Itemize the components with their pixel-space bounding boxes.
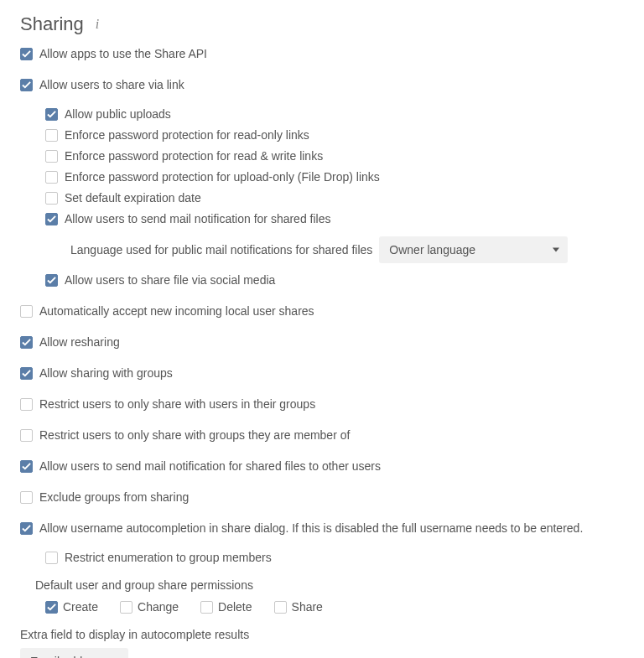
- label-mail-notif[interactable]: Allow users to send mail notification fo…: [65, 210, 330, 228]
- select-extra-field[interactable]: Email address: [20, 648, 128, 658]
- info-icon[interactable]: i: [96, 17, 99, 32]
- select-language-value: Owner language: [389, 243, 475, 256]
- checkbox-perm-share[interactable]: [274, 601, 287, 614]
- checkbox-perm-change[interactable]: [120, 601, 132, 614]
- label-pw-readwrite[interactable]: Enforce password protection for read & w…: [65, 148, 323, 165]
- label-perm-create[interactable]: Create: [63, 598, 98, 616]
- label-share-groups[interactable]: Allow sharing with groups: [39, 365, 173, 382]
- checkbox-pw-readonly[interactable]: [45, 129, 58, 142]
- label-mail-other-users[interactable]: Allow users to send mail notification fo…: [39, 458, 381, 475]
- row-language-select: Language used for public mail notificati…: [70, 236, 624, 263]
- option-restrict-enum: Restrict enumeration to group members: [45, 549, 624, 567]
- label-auto-accept[interactable]: Automatically accept new incoming local …: [39, 303, 314, 320]
- label-autocomplete[interactable]: Allow username autocompletion in share d…: [39, 520, 583, 537]
- checkbox-restrict-groups-member[interactable]: [20, 429, 33, 442]
- checkbox-resharing[interactable]: [20, 336, 33, 349]
- option-exclude-groups: Exclude groups from sharing: [20, 489, 624, 506]
- checkbox-perm-create[interactable]: [45, 601, 58, 614]
- option-default-expire: Set default expiration date: [45, 189, 624, 207]
- label-share-via-link[interactable]: Allow users to share via link: [39, 76, 184, 94]
- checkbox-perm-delete[interactable]: [200, 601, 213, 614]
- label-share-api[interactable]: Allow apps to use the Share API: [39, 45, 207, 63]
- checkbox-auto-accept[interactable]: [20, 305, 33, 318]
- option-pw-readwrite: Enforce password protection for read & w…: [45, 148, 624, 165]
- checkbox-social-media[interactable]: [45, 274, 58, 287]
- checkbox-autocomplete[interactable]: [20, 522, 33, 535]
- option-public-uploads: Allow public uploads: [45, 106, 624, 123]
- label-exclude-groups[interactable]: Exclude groups from sharing: [39, 489, 189, 506]
- option-social-media: Allow users to share file via social med…: [45, 272, 624, 289]
- checkbox-mail-other-users[interactable]: [20, 460, 33, 473]
- label-social-media[interactable]: Allow users to share file via social med…: [65, 272, 275, 289]
- label-perm-share[interactable]: Share: [292, 598, 323, 616]
- option-perm-share: Share: [274, 598, 323, 616]
- checkbox-restrict-users-groups[interactable]: [20, 398, 33, 411]
- checkbox-public-uploads[interactable]: [45, 108, 58, 121]
- label-language: Language used for public mail notificati…: [70, 243, 372, 256]
- label-pw-uploadonly[interactable]: Enforce password protection for upload-o…: [65, 168, 380, 186]
- option-mail-other-users: Allow users to send mail notification fo…: [20, 458, 624, 475]
- title-text: Sharing: [20, 13, 84, 35]
- option-resharing: Allow resharing: [20, 334, 624, 351]
- option-pw-readonly: Enforce password protection for read-onl…: [45, 127, 624, 144]
- label-default-perms: Default user and group share permissions: [35, 578, 624, 592]
- checkbox-share-via-link[interactable]: [20, 79, 33, 91]
- option-perm-create: Create: [45, 598, 98, 616]
- option-share-api: Allow apps to use the Share API: [20, 45, 624, 63]
- option-pw-uploadonly: Enforce password protection for upload-o…: [45, 168, 624, 186]
- label-restrict-enum[interactable]: Restrict enumeration to group members: [65, 549, 272, 567]
- label-perm-change[interactable]: Change: [138, 598, 179, 616]
- permissions-row: Create Change Delete Share: [45, 598, 624, 616]
- checkbox-share-groups[interactable]: [20, 367, 33, 380]
- checkbox-restrict-enum[interactable]: [45, 552, 58, 564]
- select-extra-field-value: Email address: [30, 655, 105, 658]
- select-language[interactable]: Owner language: [379, 236, 568, 263]
- option-restrict-groups-member: Restrict users to only share with groups…: [20, 427, 624, 444]
- option-auto-accept: Automatically accept new incoming local …: [20, 303, 624, 320]
- label-public-uploads[interactable]: Allow public uploads: [65, 106, 171, 123]
- label-default-expire[interactable]: Set default expiration date: [65, 189, 201, 207]
- option-share-via-link: Allow users to share via link: [20, 76, 624, 94]
- checkbox-share-api[interactable]: [20, 48, 33, 60]
- checkbox-default-expire[interactable]: [45, 192, 58, 205]
- option-perm-delete: Delete: [200, 598, 252, 616]
- label-restrict-groups-member[interactable]: Restrict users to only share with groups…: [39, 427, 350, 444]
- option-mail-notif: Allow users to send mail notification fo…: [45, 210, 624, 228]
- checkbox-pw-readwrite[interactable]: [45, 150, 58, 163]
- checkbox-pw-uploadonly[interactable]: [45, 171, 58, 184]
- label-restrict-users-groups[interactable]: Restrict users to only share with users …: [39, 396, 315, 413]
- checkbox-mail-notif[interactable]: [45, 213, 58, 225]
- option-restrict-users-groups: Restrict users to only share with users …: [20, 396, 624, 413]
- option-share-groups: Allow sharing with groups: [20, 365, 624, 382]
- label-pw-readonly[interactable]: Enforce password protection for read-onl…: [65, 127, 309, 144]
- chevron-down-icon: [553, 248, 559, 252]
- label-perm-delete[interactable]: Delete: [218, 598, 252, 616]
- label-extra-field: Extra field to display in autocomplete r…: [20, 628, 624, 641]
- checkbox-exclude-groups[interactable]: [20, 491, 33, 504]
- page-title: Sharing i: [20, 13, 624, 35]
- label-resharing[interactable]: Allow resharing: [39, 334, 120, 351]
- option-perm-change: Change: [120, 598, 179, 616]
- option-autocomplete: Allow username autocompletion in share d…: [20, 520, 624, 537]
